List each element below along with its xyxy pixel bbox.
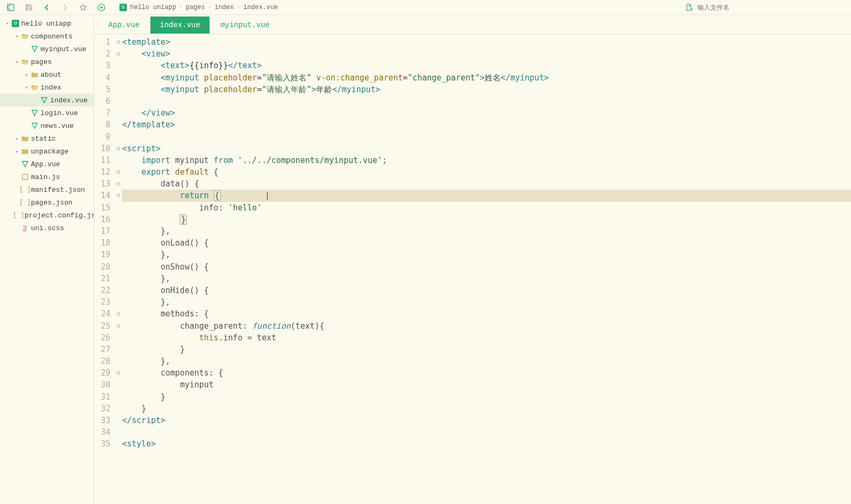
chevron-down-icon[interactable]: ▾ — [14, 34, 20, 39]
bookmark-icon[interactable] — [79, 3, 87, 12]
fold-toggle-icon[interactable]: ⊟ — [115, 320, 122, 332]
fold-toggle-icon[interactable]: ⊟ — [115, 178, 122, 190]
line-number: 34 — [94, 426, 110, 438]
code-line[interactable]: }, — [122, 355, 851, 367]
code-line[interactable] — [122, 426, 851, 438]
breadcrumb-item[interactable]: index — [214, 4, 234, 11]
code-line[interactable]: onShow() { — [122, 261, 851, 273]
line-number: 15 — [94, 202, 110, 214]
editor-tab[interactable]: myinput.vue — [211, 17, 279, 34]
code-line[interactable]: }, — [122, 296, 851, 308]
fold-toggle-icon[interactable]: ⊟ — [115, 48, 122, 60]
nav-back-icon[interactable] — [43, 3, 51, 12]
fold-placeholder — [115, 249, 122, 261]
code-line[interactable]: </script> — [122, 414, 851, 426]
nav-forward-icon[interactable] — [61, 3, 69, 12]
tree-item[interactable]: ▾components — [0, 30, 94, 43]
code-line[interactable]: data() { — [122, 178, 851, 190]
editor-tab[interactable]: index.vue — [150, 17, 210, 34]
breadcrumb-item[interactable]: index.vue — [244, 4, 278, 11]
code-line[interactable]: }, — [122, 225, 851, 237]
fold-toggle-icon[interactable]: ⊟ — [115, 367, 122, 379]
code-line[interactable]: }, — [122, 249, 851, 261]
tree-item[interactable]: login.vue — [0, 107, 94, 119]
code-line[interactable]: methods: { — [122, 308, 851, 320]
code-line[interactable]: <script> — [122, 143, 851, 155]
code-line[interactable]: change_parent: function(text){ — [122, 320, 851, 332]
tree-item[interactable]: uni.scss — [0, 222, 94, 234]
fold-toggle-icon[interactable]: ⊟ — [115, 143, 122, 155]
code-line[interactable]: </view> — [122, 107, 851, 119]
tree-item[interactable]: myinput.vue — [0, 43, 94, 55]
code-line[interactable]: onLoad() { — [122, 237, 851, 249]
breadcrumb-item[interactable]: pages — [186, 4, 205, 11]
line-number: 33 — [94, 414, 110, 426]
tree-item[interactable]: [ ]project.config.json — [0, 209, 94, 222]
tree-item-label: about — [41, 71, 61, 79]
fold-toggle-icon[interactable]: ⊟ — [115, 36, 122, 48]
code-line[interactable]: onHide() { — [122, 284, 851, 296]
code-line[interactable]: <myinput placeholder="请输入年龄">年龄</myinput… — [122, 84, 851, 95]
code-line[interactable]: <text>{{info}}</text> — [122, 60, 851, 71]
code-line[interactable]: } — [122, 344, 851, 355]
code-line[interactable]: <view> — [122, 48, 851, 60]
tree-item[interactable]: news.vue — [0, 119, 94, 132]
line-number: 31 — [94, 391, 110, 403]
code-line[interactable]: info: 'hello' — [122, 202, 851, 214]
editor-tab[interactable]: App.vue — [99, 17, 149, 34]
run-icon[interactable] — [97, 3, 106, 12]
code-line[interactable]: </template> — [122, 119, 851, 131]
tree-item-label: login.vue — [41, 109, 78, 117]
collapse-panel-icon[interactable] — [6, 3, 15, 12]
code-line[interactable]: } — [122, 214, 851, 225]
tree-item[interactable]: ▾pages — [0, 55, 94, 68]
tree-item[interactable]: ▸unpackage — [0, 145, 94, 158]
chevron-right-icon[interactable]: ▸ — [23, 72, 30, 78]
save-icon[interactable] — [25, 3, 33, 12]
fold-placeholder — [115, 225, 122, 237]
tree-item[interactable]: [ ]manifest.json — [0, 183, 94, 196]
code-line[interactable]: this.info = text — [122, 332, 851, 344]
line-number: 25 — [94, 320, 110, 332]
chevron-down-icon[interactable]: ▾ — [4, 21, 11, 27]
tree-item[interactable]: ▸about — [0, 68, 94, 81]
tree-item[interactable]: main.js — [0, 170, 94, 183]
new-file-icon[interactable] — [685, 3, 693, 12]
file-search — [685, 3, 845, 12]
tree-item[interactable]: App.vue — [0, 158, 94, 170]
tree-item[interactable]: index.vue — [0, 94, 94, 107]
code-line[interactable]: import myinput from '../../components/my… — [122, 155, 851, 166]
code-line[interactable]: <template> — [122, 36, 851, 48]
fold-toggle-icon[interactable]: ⊟ — [115, 190, 122, 201]
breadcrumb-item[interactable]: hello uniapp — [130, 4, 176, 11]
search-input[interactable] — [697, 4, 845, 11]
fold-gutter[interactable]: ⊟⊟⊟⊟⊟⊟⊟⊟⊟ — [115, 34, 122, 504]
code-line[interactable] — [122, 131, 851, 143]
code-line[interactable]: export default { — [122, 166, 851, 178]
code-line[interactable]: <myinput placeholder="请输入姓名" v-on:change… — [122, 72, 851, 84]
breadcrumb-separator: › — [237, 4, 240, 10]
fold-toggle-icon[interactable]: ⊟ — [115, 166, 122, 178]
fold-placeholder — [115, 60, 122, 71]
tree-item[interactable]: ▾index — [0, 81, 94, 94]
code-line[interactable]: components: { — [122, 367, 851, 379]
code-content[interactable]: <template> <view> <text>{{info}}</text> … — [122, 34, 851, 504]
file-explorer[interactable]: ▾Uhello uniapp▾componentsmyinput.vue▾pag… — [0, 15, 94, 504]
code-editor[interactable]: 1234567891011121314151617181920212223242… — [94, 34, 851, 504]
fold-toggle-icon[interactable]: ⊟ — [115, 308, 122, 320]
code-line[interactable]: } — [122, 403, 851, 414]
chevron-right-icon[interactable]: ▸ — [14, 149, 20, 155]
tree-item[interactable]: [ ]pages.json — [0, 196, 94, 209]
code-line[interactable]: myinput — [122, 379, 851, 391]
code-line[interactable]: }, — [122, 273, 851, 284]
code-line[interactable]: } — [122, 391, 851, 403]
code-line[interactable]: <style> — [122, 438, 851, 450]
code-line[interactable]: return { — [122, 190, 851, 201]
chevron-right-icon[interactable]: ▸ — [14, 136, 20, 142]
tree-item-label: pages — [31, 58, 52, 66]
code-line[interactable] — [122, 95, 851, 107]
chevron-down-icon[interactable]: ▾ — [14, 59, 20, 65]
tree-item[interactable]: ▾Uhello uniapp — [0, 17, 94, 30]
chevron-down-icon[interactable]: ▾ — [23, 85, 30, 91]
tree-item[interactable]: ▸static — [0, 132, 94, 145]
